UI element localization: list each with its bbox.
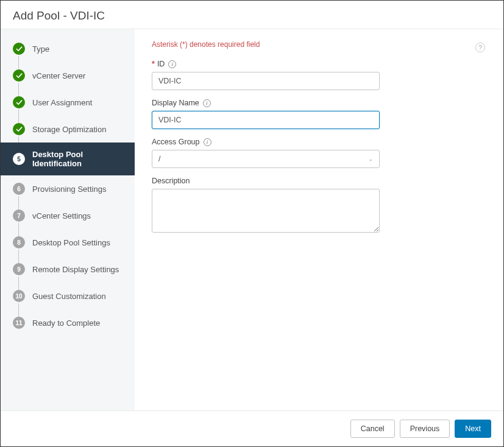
step-label: Type xyxy=(32,44,49,54)
step-desktop-pool-identification[interactable]: 5 Desktop Pool Identification xyxy=(1,143,135,175)
step-vcenter-settings[interactable]: 7 vCenter Settings xyxy=(1,202,135,229)
step-number-icon: 5 xyxy=(13,153,25,165)
step-number-icon: 11 xyxy=(13,317,25,329)
label-text: Description xyxy=(152,177,190,185)
cancel-button[interactable]: Cancel xyxy=(350,420,395,438)
field-id: * ID i xyxy=(152,60,486,90)
step-label: Desktop Pool Identification xyxy=(32,150,125,168)
dialog-content: Type vCenter Server User Assignment xyxy=(1,29,503,410)
info-icon[interactable]: i xyxy=(203,99,211,107)
info-icon[interactable]: i xyxy=(168,60,176,68)
required-star-icon: * xyxy=(152,60,155,68)
step-type[interactable]: Type xyxy=(1,35,135,62)
step-desktop-pool-settings[interactable]: 8 Desktop Pool Settings xyxy=(1,229,135,256)
step-label: Desktop Pool Settings xyxy=(32,238,110,247)
id-input[interactable] xyxy=(152,72,380,90)
step-label: Ready to Complete xyxy=(32,319,100,328)
step-ready-to-complete[interactable]: 11 Ready to Complete xyxy=(1,309,135,336)
step-label: Guest Customization xyxy=(32,292,106,301)
check-icon xyxy=(13,96,25,108)
step-label: Remote Display Settings xyxy=(32,265,119,274)
help-icon[interactable]: ? xyxy=(475,43,485,52)
step-remote-display-settings[interactable]: 9 Remote Display Settings xyxy=(1,256,135,283)
step-label: vCenter Server xyxy=(32,71,85,80)
label-text: Access Group xyxy=(152,138,200,146)
access-group-label: Access Group i xyxy=(152,138,486,146)
step-label: vCenter Settings xyxy=(32,211,91,220)
step-label: Provisioning Settings xyxy=(32,185,106,194)
check-icon xyxy=(13,123,25,135)
id-label: * ID i xyxy=(152,60,486,68)
step-label: Storage Optimization xyxy=(32,125,106,134)
display-name-input[interactable] xyxy=(152,111,380,129)
step-user-assignment[interactable]: User Assignment xyxy=(1,89,135,116)
label-text: Display Name xyxy=(152,99,199,107)
label-text: ID xyxy=(157,60,165,68)
step-vcenter-server[interactable]: vCenter Server xyxy=(1,62,135,89)
step-number-icon: 7 xyxy=(13,209,25,222)
step-number-icon: 10 xyxy=(13,290,25,302)
wizard-steps-sidebar: Type vCenter Server User Assignment xyxy=(1,29,135,410)
info-icon[interactable]: i xyxy=(204,138,211,146)
step-provisioning-settings[interactable]: 6 Provisioning Settings xyxy=(1,175,135,202)
add-pool-dialog: Add Pool - VDI-IC Type vCenter Server xyxy=(0,0,504,447)
required-note: Asterisk (*) denotes required field xyxy=(152,40,486,49)
step-number-icon: 9 xyxy=(13,263,25,275)
check-icon xyxy=(13,69,25,82)
display-name-label: Display Name i xyxy=(152,99,486,107)
previous-button[interactable]: Previous xyxy=(400,420,450,438)
field-description: Description xyxy=(152,177,486,235)
step-label: User Assignment xyxy=(32,98,92,107)
field-access-group: Access Group i / ⌄ xyxy=(152,138,486,168)
step-guest-customization[interactable]: 10 Guest Customization xyxy=(1,283,135,309)
check-icon xyxy=(13,43,25,55)
step-number-icon: 8 xyxy=(13,236,25,248)
select-value: / xyxy=(158,155,160,163)
dialog-footer: Cancel Previous Next xyxy=(1,410,503,446)
step-storage-optimization[interactable]: Storage Optimization xyxy=(1,116,135,143)
next-button[interactable]: Next xyxy=(455,420,491,438)
chevron-down-icon: ⌄ xyxy=(369,157,373,162)
access-group-select[interactable]: / ⌄ xyxy=(152,150,380,168)
description-label: Description xyxy=(152,177,486,185)
dialog-title: Add Pool - VDI-IC xyxy=(1,1,503,29)
description-textarea[interactable] xyxy=(152,189,380,233)
form-panel: Asterisk (*) denotes required field ? * … xyxy=(135,29,503,410)
field-display-name: Display Name i xyxy=(152,99,486,129)
step-number-icon: 6 xyxy=(13,183,25,195)
